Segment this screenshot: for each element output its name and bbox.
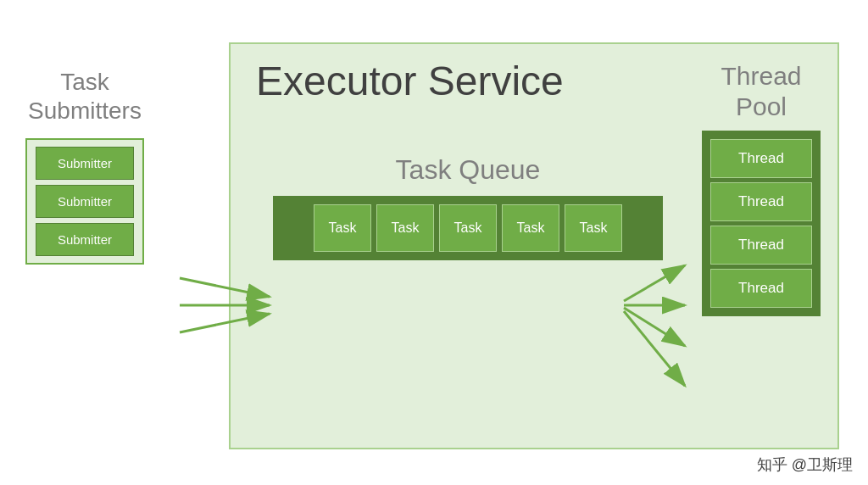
executor-service-title: Executor Service [256, 58, 564, 104]
watermark: 知乎 @卫斯理 [757, 454, 853, 475]
task-item-4: Task [502, 204, 559, 252]
thread-pool-section: ThreadPool Thread Thread Thread Thread [702, 61, 821, 316]
diagram-container: TaskSubmitters Submitter Submitter Submi… [0, 0, 868, 485]
submitter-item-3: Submitter [36, 223, 134, 256]
thread-item-2: Thread [710, 182, 812, 221]
executor-service-box: Executor Service Task Queue Task Task Ta… [229, 42, 839, 449]
thread-item-3: Thread [710, 226, 812, 265]
thread-pool-label: ThreadPool [721, 61, 801, 122]
task-item-5: Task [565, 204, 622, 252]
submitter-item-2: Submitter [36, 185, 134, 218]
thread-item-4: Thread [710, 269, 812, 308]
task-item-1: Task [314, 204, 371, 252]
task-queue-label: Task Queue [273, 154, 663, 186]
thread-item-1: Thread [710, 139, 812, 178]
task-item-2: Task [376, 204, 434, 252]
submitter-item-1: Submitter [36, 147, 134, 180]
task-queue-section: Task Queue Task Task Task Task Task [273, 154, 663, 260]
task-submitters-section: TaskSubmitters Submitter Submitter Submi… [25, 68, 144, 265]
task-queue-box: Task Task Task Task Task [273, 196, 663, 260]
submitters-box: Submitter Submitter Submitter [25, 138, 144, 265]
task-submitters-label: TaskSubmitters [28, 68, 142, 125]
thread-pool-box: Thread Thread Thread Thread [702, 131, 821, 316]
task-item-3: Task [439, 204, 497, 252]
